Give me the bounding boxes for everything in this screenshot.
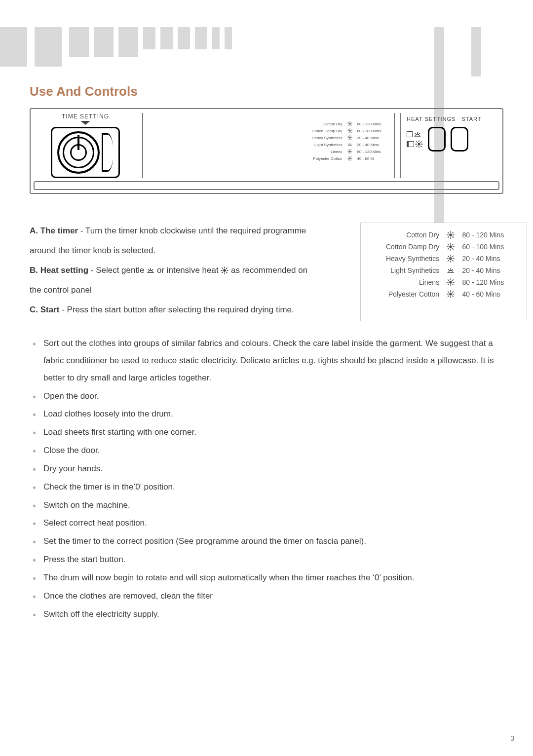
bullet-list: Sort out the clothes into groups of simi… (30, 335, 503, 623)
instr-a-bold: A. The timer (30, 226, 78, 235)
svg-point-99 (450, 293, 452, 295)
gentle-heat-icon (414, 130, 421, 138)
svg-line-68 (448, 232, 449, 233)
list-item: Sort out the clothes into groups of simi… (30, 335, 503, 387)
page-number: 3 (510, 734, 514, 742)
svg-line-105 (453, 296, 454, 297)
instr-a-text-1: - Turn the timer knob clockwise until th… (80, 226, 306, 235)
svg-line-61 (222, 272, 223, 273)
svg-line-44 (351, 157, 351, 157)
svg-line-59 (222, 268, 223, 269)
heat-settings-block: HEAT SETTINGS START (400, 113, 499, 178)
svg-line-35 (351, 150, 351, 151)
list-item: Set the timer to the correct position (S… (30, 533, 503, 550)
svg-line-98 (453, 280, 454, 281)
svg-line-51 (420, 146, 421, 147)
svg-line-104 (448, 292, 449, 293)
svg-point-54 (224, 269, 226, 271)
timer-dial-outline (51, 127, 120, 178)
svg-line-78 (453, 248, 454, 249)
svg-line-62 (227, 268, 228, 269)
arrow-down-icon (80, 121, 90, 125)
svg-line-23 (348, 136, 348, 137)
gentle-heat-icon (147, 266, 154, 274)
instr-c-bold: C. Start (30, 305, 59, 314)
svg-line-24 (351, 139, 351, 139)
table-row: Linens80 - 120 Mins (310, 149, 383, 154)
section-title: Use And Controls (30, 84, 503, 99)
svg-line-96 (453, 284, 454, 285)
instr-b-bold: B. Heat setting (30, 265, 88, 275)
svg-point-72 (450, 245, 452, 248)
instr-b-text-2: or intensive heat (157, 265, 221, 275)
table-row: Cotton Damp Dry60 - 100 Mins (310, 128, 383, 134)
table-row: Polyester Cotton40 - 60 M (310, 155, 383, 161)
list-item: Close the door. (30, 442, 503, 459)
list-item: The drum will now begin to rotate and wi… (30, 569, 503, 587)
svg-point-90 (450, 281, 452, 283)
svg-line-70 (448, 236, 449, 237)
intensive-heat-icon (415, 140, 423, 148)
svg-line-52 (417, 146, 418, 147)
table-row: Heavy Synthetics20 - 40 Mins (370, 253, 518, 265)
programme-table-box: Cotton Dry80 - 120 MinsCotton Damp Dry60… (360, 223, 527, 321)
instr-b-text-3: as recommended on (231, 265, 307, 275)
heat-settings-label: HEAT SETTINGS (407, 116, 456, 122)
list-item: Dry your hands. (30, 460, 503, 478)
table-row: Cotton Damp Dry60 - 100 Mins (370, 241, 518, 253)
list-item: Select correct heat position. (30, 515, 503, 532)
svg-line-79 (448, 248, 449, 249)
list-item: Open the door. (30, 388, 503, 405)
list-item: Switch on the machine. (30, 497, 503, 514)
svg-line-60 (227, 272, 228, 273)
svg-point-9 (349, 130, 350, 131)
svg-line-25 (348, 139, 348, 139)
timer-knob (57, 131, 100, 174)
list-item: Switch off the electricity supply. (30, 606, 503, 623)
table-row: Linens80 - 120 Mins (370, 276, 518, 288)
svg-point-63 (450, 233, 452, 236)
intensive-heat-icon (221, 266, 228, 274)
control-panel-programme-table-small: Cotton Dry80 - 120 MinsCotton Damp Dry60… (142, 113, 395, 178)
table-row: Heavy Synthetics20 - 40 Mins (310, 135, 383, 141)
instructions-text: A. The timer - Turn the timer knob clock… (30, 223, 345, 321)
table-row: Light Synthetics20 - 40 Mins (370, 265, 518, 276)
svg-line-42 (351, 159, 351, 160)
svg-line-71 (453, 232, 454, 233)
svg-line-77 (448, 244, 449, 245)
list-item: Once the clothes are removed, clean the … (30, 588, 503, 605)
svg-line-41 (348, 157, 348, 157)
svg-line-95 (448, 280, 449, 281)
svg-point-18 (349, 137, 350, 138)
svg-line-14 (348, 129, 348, 130)
table-row: Polyester Cotton40 - 60 Mins (370, 288, 518, 300)
list-item: Load clothes loosely into the drum. (30, 406, 503, 423)
start-button (451, 127, 468, 151)
svg-line-87 (453, 260, 454, 261)
time-setting-label: TIME SETTING (62, 113, 109, 120)
decorative-top-bars (0, 27, 533, 67)
panel-slot (34, 181, 499, 190)
heat-setting-icons (407, 130, 423, 148)
table-row: Cotton Dry80 - 120 Mins (310, 121, 383, 127)
svg-line-8 (351, 122, 351, 123)
instr-a-text-2: around the timer knob is selected. (30, 242, 345, 259)
svg-line-86 (448, 256, 449, 257)
svg-point-45 (418, 143, 420, 145)
heat-setting-button (428, 127, 446, 151)
svg-line-69 (453, 236, 454, 237)
svg-line-80 (453, 244, 454, 245)
svg-line-5 (348, 122, 348, 123)
table-row: Light Synthetics20 - 40 Mins (310, 142, 383, 148)
svg-line-88 (448, 260, 449, 261)
svg-line-17 (351, 129, 351, 130)
svg-line-32 (348, 150, 348, 151)
instr-b-text-4: the control panel (30, 282, 345, 299)
svg-point-36 (349, 157, 350, 159)
start-label: START (461, 116, 481, 122)
svg-line-7 (348, 125, 348, 125)
table-row: Cotton Dry80 - 120 Mins (370, 229, 518, 241)
svg-point-0 (349, 123, 350, 124)
list-item: Press the start button. (30, 551, 503, 568)
svg-point-81 (450, 257, 452, 260)
